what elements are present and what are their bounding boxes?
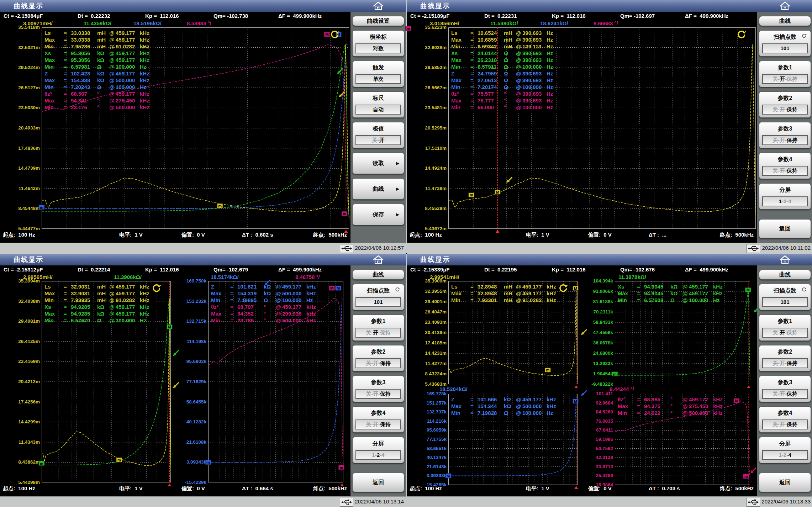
value-option: 关 xyxy=(366,360,371,366)
marker-M-magenta[interactable]: M xyxy=(329,286,335,290)
readout-line: Min=9.69342mH@129.113Hz xyxy=(451,43,553,49)
sidebar-button-param2[interactable]: 参数2关-开-保持 xyxy=(352,345,404,371)
measurement-value: Ct = -2.15339μF xyxy=(410,266,449,273)
sidebar-button-param4[interactable]: 参数4关-开-保持 xyxy=(759,406,811,433)
sidebar-button-sweep-points[interactable]: 扫描点数101 xyxy=(759,30,811,57)
button-value: 1-2-4 xyxy=(762,450,808,460)
sidebar-button-param4[interactable]: 参数4关-开-保持 xyxy=(352,406,404,433)
axis-label: 26.4047m xyxy=(407,309,447,315)
marker-M-blue[interactable]: M xyxy=(336,286,341,290)
sidebar-button-ruler[interactable]: 标尺自动 xyxy=(352,91,404,118)
value-option: 关 xyxy=(773,106,778,112)
marker-M-yellow[interactable]: M xyxy=(495,190,500,194)
sidebar-button-x-axis[interactable]: 横坐标对数 xyxy=(352,30,404,57)
sidebar: 曲线扫描点数101参数1关-开-保持参数2关-开-保持参数3关-开-保持参数4关… xyxy=(757,265,812,496)
readout-line: Xs=24.0144Ω@390.693Hz xyxy=(451,50,553,56)
sidebar-button-param1[interactable]: 参数1关-开-保持 xyxy=(759,61,811,87)
sidebar-button-param1[interactable]: 参数1关-开-保持 xyxy=(759,315,811,341)
sidebar-button-save[interactable]: 保存► xyxy=(352,204,404,225)
sidebar-button-param2[interactable]: 参数2关-开-保持 xyxy=(759,345,811,371)
sidebar-button-param2[interactable]: 参数2关-开-保持 xyxy=(759,91,811,118)
sidebar-button-back[interactable]: 返回 xyxy=(759,219,811,238)
status-item: 偏置: 0 V xyxy=(588,485,612,492)
marker-m-blue[interactable]: m xyxy=(205,460,211,465)
home-icon[interactable] xyxy=(779,1,791,11)
sidebar-button-split[interactable]: 分屏1-2-4 xyxy=(759,183,811,210)
bottom-strip: 2022/04/06 10:11:02 xyxy=(407,243,812,254)
sidebar-button-split[interactable]: 分屏1-2-4 xyxy=(759,437,811,463)
value-option: 保持 xyxy=(787,168,797,174)
bottom-strip: 2022/04/06 10:13:33 xyxy=(407,496,812,507)
scale-per-div: 8.44244 °/ xyxy=(610,386,634,392)
marker-m-magenta[interactable]: m xyxy=(743,474,749,479)
readout-line: Min=24.022°@500.000kHz xyxy=(618,410,723,416)
sidebar-button-curve[interactable]: 曲线► xyxy=(352,178,404,200)
axis-label: 5.44298m xyxy=(0,480,40,485)
chart-plot: mMMmZ=101.821kΩ@459.177kHzMax=154.319kΩ@… xyxy=(208,281,343,482)
sidebar: 曲线扫描点数101参数1关-开-保持参数2关-开-保持参数3关-开-保持参数4关… xyxy=(757,12,812,243)
readout-line: Z=102.428kΩ@459.177kHz xyxy=(44,70,149,76)
sidebar-button-param3[interactable]: 参数3关-开-保持 xyxy=(352,376,404,402)
value-option: 保持 xyxy=(787,391,797,397)
readout-line: Min=7.95286mH@91.0282kHz xyxy=(44,43,149,49)
home-icon[interactable] xyxy=(373,1,384,11)
button-value: 1-2-4 xyxy=(355,450,401,460)
sidebar-button-param4[interactable]: 参数4关-开-保持 xyxy=(759,153,811,179)
home-icon[interactable] xyxy=(779,255,791,264)
sidebar-button-sweep-points[interactable]: 扫描点数101 xyxy=(352,284,404,310)
sidebar-button-sweep-points[interactable]: 扫描点数101 xyxy=(759,284,811,310)
sidebar-button-back[interactable]: 返回 xyxy=(352,473,404,492)
readout-line: Max=94.9285kΩ@459.177kHz xyxy=(44,311,149,317)
svg-text:M: M xyxy=(337,286,340,290)
sidebar-button-param3[interactable]: 参数3关-开-保持 xyxy=(759,122,811,148)
axis-label: 40.1282k xyxy=(167,419,206,424)
home-icon[interactable] xyxy=(373,255,384,264)
marker-M-green[interactable]: M xyxy=(167,324,172,329)
arrow-indicator xyxy=(752,468,756,472)
readout-line: Max=95.3056kΩ@459.177kHz xyxy=(44,57,149,63)
measurement-value: Dt = 0.22231 xyxy=(484,13,517,19)
value-option: 4 xyxy=(788,198,791,204)
marker-m-yellow[interactable]: m xyxy=(545,368,551,372)
marker-m-yellow[interactable]: m xyxy=(469,192,474,197)
value-option: 2 xyxy=(377,452,380,458)
sidebar-button-param3[interactable]: 参数3关-开-保持 xyxy=(759,376,811,402)
sidebar-button-read[interactable]: 读取► xyxy=(352,153,404,174)
readout-line: Max=94.352°@299.938kHz xyxy=(211,311,316,317)
readout-line: Max=154.319kΩ@500.000kHz xyxy=(211,290,316,296)
timestamp: 2022/04/06 10:12:57 xyxy=(355,245,404,251)
marker-m-yellow[interactable]: m xyxy=(217,204,223,208)
button-value: 关-开-保持 xyxy=(762,74,808,84)
marker-m-magenta[interactable]: m xyxy=(338,465,344,470)
marker-m-green[interactable]: m xyxy=(39,461,44,466)
marker-m-yellow[interactable]: m xyxy=(116,458,122,462)
sidebar-button-back[interactable]: 返回 xyxy=(759,473,811,492)
sidebar-button-trigger[interactable]: 触发单次 xyxy=(352,61,404,87)
status-item: 电平: 1 V xyxy=(526,232,549,238)
sidebar-button-param1[interactable]: 参数1关-开-保持 xyxy=(352,315,404,341)
measurement-value: Ct = -2.15189μF xyxy=(410,13,449,19)
marker-M-magenta[interactable]: M xyxy=(324,32,330,37)
measurement-value: Kp = 112.016 xyxy=(145,13,179,19)
value-option: 开 xyxy=(780,76,785,82)
sidebar-button-split[interactable]: 分屏1-2-4 xyxy=(352,437,404,463)
sidebar-button-extremum[interactable]: 极值关-开 xyxy=(352,122,404,148)
marker-m-magenta[interactable]: m xyxy=(342,211,347,216)
axis-label: 95.6959k xyxy=(407,427,447,433)
axis-label: 77.1755k xyxy=(407,437,447,442)
marker-m-green[interactable]: m xyxy=(612,372,618,376)
marker-M-magenta[interactable]: M xyxy=(734,398,739,403)
marker-m-blue[interactable]: m xyxy=(39,205,44,210)
axis-label: 50.7562 xyxy=(573,446,613,451)
readout-line: Max=75.777°@390.693Hz xyxy=(451,97,553,104)
page-title: 曲线显示 xyxy=(420,1,450,11)
axis-label: 58.8433k xyxy=(573,319,613,325)
marker-m-magenta[interactable]: m xyxy=(406,26,411,31)
axis-label: 32.5321m xyxy=(0,45,40,50)
axis-label: 3.09393k xyxy=(407,473,447,478)
svg-text:m: m xyxy=(218,204,222,208)
marker-m-blue[interactable]: m xyxy=(445,474,451,478)
marker-M-green[interactable]: M xyxy=(745,287,751,292)
axis-label: 29.4081m xyxy=(0,318,40,324)
scale-per-div: 8.53983 °/ xyxy=(187,20,211,26)
